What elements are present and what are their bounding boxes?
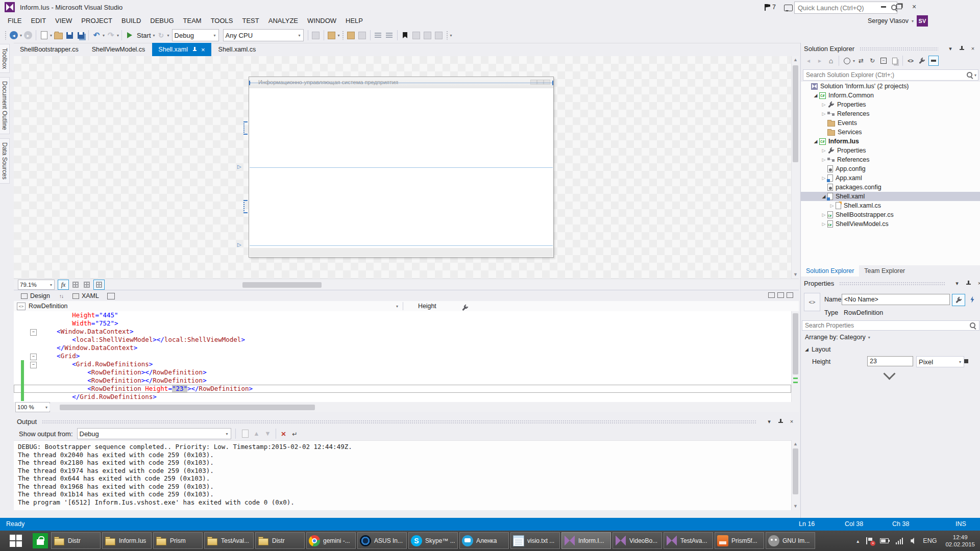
restore-button[interactable] xyxy=(891,1,906,13)
tree-item-services[interactable]: Services xyxy=(801,128,980,137)
next-message-icon[interactable]: ▼ xyxy=(263,429,273,438)
view-code-icon[interactable]: <> xyxy=(906,56,915,65)
solution-search-box[interactable]: ▾ xyxy=(803,69,978,81)
properties-search-input[interactable] xyxy=(802,322,969,329)
start-debug-button[interactable] xyxy=(125,31,134,40)
side-tab-data-sources[interactable]: Data Sources xyxy=(0,138,10,184)
menu-edit[interactable]: EDIT xyxy=(26,14,51,28)
store-button[interactable] xyxy=(33,533,48,548)
close-button[interactable]: × xyxy=(906,1,922,13)
taskbar-button-testaval-[interactable]: TestAval... xyxy=(204,532,254,549)
grid-row-line[interactable] xyxy=(250,167,553,168)
start-label[interactable]: Start xyxy=(137,32,151,39)
previous-message-icon[interactable]: ▲ xyxy=(252,429,261,438)
toggle-bookmark-button[interactable] xyxy=(401,31,410,40)
taskbar-button-distr[interactable]: Distr xyxy=(51,532,101,549)
solution-platform-select[interactable]: Any CPU▾ xyxy=(223,29,304,41)
height-unit-select[interactable]: Pixel▾ xyxy=(916,356,964,367)
expander-closed-icon[interactable]: ▷ xyxy=(820,221,827,227)
editor-horizontal-scrollbar[interactable] xyxy=(50,404,795,411)
close-icon[interactable]: × xyxy=(201,46,205,54)
grid-row-marker-icon[interactable]: ▷ xyxy=(237,164,241,169)
taskbar-button-inform-ius[interactable]: Inform.Ius xyxy=(102,532,152,549)
collapse-all-icon[interactable]: − xyxy=(879,56,888,65)
preview-selected-items-toggle[interactable] xyxy=(928,56,939,66)
sync-with-active-document-icon[interactable]: ⇄ xyxy=(856,56,866,65)
new-file-button[interactable] xyxy=(39,31,48,40)
snapping-toggle-button[interactable] xyxy=(93,280,105,290)
output-vertical-scrollbar[interactable]: ▲ ▼ xyxy=(791,440,799,510)
breadcrumb-property[interactable]: Height xyxy=(418,303,436,310)
save-all-button[interactable] xyxy=(76,31,85,40)
fold-margin[interactable] xyxy=(24,328,41,336)
property-marker-icon[interactable] xyxy=(964,359,968,363)
editor-zoom-select[interactable]: 100 %▾ xyxy=(15,402,50,412)
show-grid-icon[interactable] xyxy=(72,282,79,288)
pin-icon[interactable] xyxy=(776,417,785,425)
expander-open-icon[interactable]: ◢ xyxy=(812,139,819,144)
add-item-button[interactable] xyxy=(347,31,356,40)
toolbar-grip[interactable] xyxy=(446,31,448,40)
grid-row-handle[interactable] xyxy=(243,200,248,213)
tree-item-properties[interactable]: ▷Properties xyxy=(801,100,980,109)
find-dropdown-icon[interactable]: ▾ xyxy=(338,33,340,38)
scrollbar-thumb[interactable] xyxy=(242,282,322,288)
expand-pane-icon[interactable] xyxy=(787,292,793,298)
scrollbar-thumb[interactable] xyxy=(793,448,798,494)
previous-bookmark-button[interactable] xyxy=(412,31,421,40)
clear-all-icon[interactable]: ✕ xyxy=(279,429,288,438)
designer-vertical-scrollbar[interactable]: ▲ ▼ xyxy=(791,56,799,279)
layout-section-header[interactable]: ◢ Layout xyxy=(805,346,830,353)
close-icon[interactable]: × xyxy=(975,279,980,287)
menu-window[interactable]: WINDOW xyxy=(303,14,341,28)
tree-item-app-xaml[interactable]: ▷App.xaml xyxy=(801,173,980,183)
fold-margin[interactable] xyxy=(24,393,41,401)
toolbar-options-chevron-icon[interactable]: ▾ xyxy=(450,33,452,38)
properties-search-box[interactable] xyxy=(802,320,979,331)
taskbar-button-visio-txt-[interactable]: visio.txt ... xyxy=(510,532,560,549)
taskbar-button-asus-in-[interactable]: ASUS In... xyxy=(357,532,407,549)
next-bookmark-button[interactable] xyxy=(423,31,432,40)
fold-margin[interactable] xyxy=(24,385,41,393)
fold-margin[interactable] xyxy=(24,319,41,328)
designer-zoom-select[interactable]: 79.1%▾ xyxy=(18,280,55,290)
breadcrumb-element[interactable]: RowDefinition xyxy=(29,303,67,310)
height-field[interactable] xyxy=(867,356,913,366)
tab-design[interactable]: Design xyxy=(17,290,54,302)
taskbar-button-prism5f-[interactable]: Prism5f... xyxy=(715,532,764,549)
restart-dropdown-icon[interactable]: ▾ xyxy=(167,33,169,38)
editor-vertical-scrollbar[interactable] xyxy=(791,311,799,402)
fold-margin[interactable] xyxy=(24,368,41,377)
refresh-icon[interactable]: ↻ xyxy=(868,56,877,65)
expander-closed-icon[interactable]: ▷ xyxy=(820,102,827,107)
solution-configuration-select[interactable]: Debug▾ xyxy=(172,29,219,41)
minimize-button[interactable] xyxy=(876,1,891,13)
chevron-down-icon[interactable]: ▾ xyxy=(396,304,398,309)
home-icon[interactable]: ⌂ xyxy=(826,56,836,65)
scrollbar-thumb[interactable] xyxy=(793,313,798,374)
forward-icon[interactable]: ▸ xyxy=(815,56,824,65)
navigate-back-dropdown-icon[interactable]: ▾ xyxy=(20,33,22,38)
taskbar-button-testava-[interactable]: TestAva... xyxy=(664,532,713,549)
tree-item-references[interactable]: ▷References xyxy=(801,155,980,164)
tree-item-shellviewmodel-cs[interactable]: ▷ShellViewModel.cs xyxy=(801,219,980,229)
redo-button[interactable]: ↷ xyxy=(106,31,115,40)
designer-horizontal-scrollbar[interactable] xyxy=(106,281,791,288)
xaml-designer-surface[interactable]: Информационно-управляющая система предпр… xyxy=(14,56,791,279)
expander-closed-icon[interactable]: ▷ xyxy=(820,212,827,217)
fold-margin[interactable] xyxy=(24,336,41,344)
events-mode-button[interactable] xyxy=(966,294,978,305)
expander-closed-icon[interactable]: ▷ xyxy=(820,157,827,162)
doc-tab-shell-xaml-cs[interactable]: Shell.xaml.cs xyxy=(212,43,262,56)
tree-item-properties[interactable]: ▷Properties xyxy=(801,146,980,155)
toolbar-grip[interactable] xyxy=(342,31,344,40)
fold-collapse-icon[interactable] xyxy=(30,362,37,368)
doc-tab-shellbootstrapper-cs[interactable]: ShellBootstrapper.cs xyxy=(14,43,85,56)
expander-open-icon[interactable]: ◢ xyxy=(820,194,827,199)
pane-layout-icon[interactable] xyxy=(107,293,115,299)
window-preview[interactable]: Информационно-управляющая система предпр… xyxy=(249,77,554,258)
menu-view[interactable]: VIEW xyxy=(51,14,77,28)
user-account[interactable]: Sergey Vlasov ▾ SV xyxy=(868,15,928,27)
menu-debug[interactable]: DEBUG xyxy=(145,14,178,28)
language-indicator[interactable]: ENG xyxy=(923,537,937,544)
